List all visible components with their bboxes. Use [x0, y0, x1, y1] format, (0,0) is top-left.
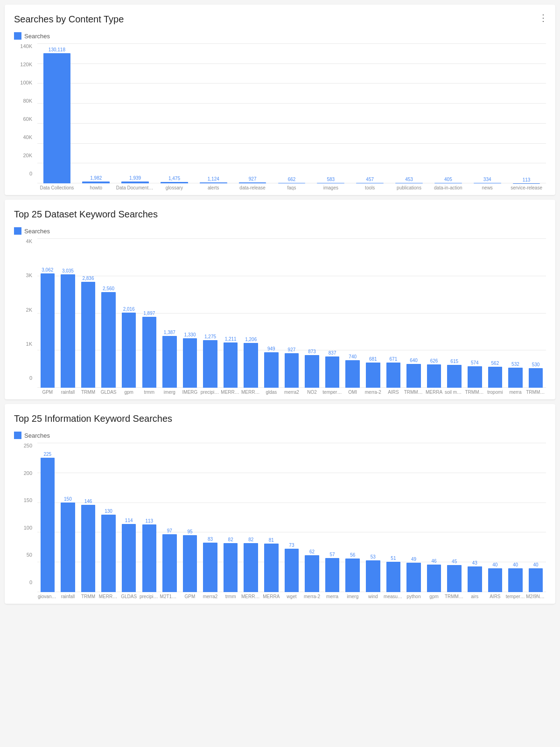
- bar: [244, 343, 258, 388]
- x-axis-label: news: [468, 185, 507, 190]
- bar-value-label: 626: [430, 358, 438, 363]
- y-axis-labels: 4K3K2K1K0: [14, 238, 35, 381]
- bar-value-label: 681: [369, 356, 377, 362]
- bar-value-label: 150: [64, 496, 72, 502]
- bar-group: 150: [58, 496, 78, 592]
- bar-group: 873: [302, 349, 322, 388]
- bar-value-label: 97: [167, 528, 172, 533]
- bar-value-label: 640: [410, 358, 418, 363]
- x-axis-label: merra: [505, 390, 526, 395]
- bar-value-label: 49: [411, 557, 416, 562]
- x-axis-label: merra-2: [363, 390, 384, 395]
- x-axis-label: NO2: [302, 390, 322, 395]
- bar-group: 615: [444, 359, 465, 388]
- x-axis-label: alerts: [194, 185, 233, 190]
- bar-value-label: 1,124: [208, 176, 219, 182]
- bar-group: 662: [272, 177, 311, 183]
- bar: [427, 364, 441, 388]
- bar: [406, 364, 421, 388]
- bar-group: 82: [241, 537, 261, 592]
- bar-value-label: 740: [349, 354, 357, 359]
- x-axis-label: MERRA-2: [98, 594, 119, 599]
- bar-value-label: 40: [513, 562, 518, 567]
- bars-wrapper: 2251501461301141139795838282817362575653…: [37, 443, 546, 592]
- bar: [305, 555, 319, 592]
- bar: [122, 313, 136, 388]
- x-axis-label: data-in-action: [428, 185, 468, 190]
- bar: [122, 524, 136, 592]
- x-axis-label: MERRA: [424, 390, 444, 395]
- bar-group: 113: [139, 518, 160, 592]
- x-axis-label: rainfall: [58, 594, 78, 599]
- bar-value-label: 457: [366, 177, 374, 182]
- y-axis-label: 1K: [26, 341, 32, 347]
- bar: [41, 273, 55, 388]
- x-axis-label: TRMM: [78, 390, 98, 395]
- bar-group: 40: [525, 562, 546, 592]
- x-axis-label: AIRS: [485, 594, 505, 599]
- x-axis-label: M2T1NXA...: [160, 594, 180, 599]
- bar-group: 146: [78, 499, 98, 592]
- bar: [101, 515, 116, 592]
- bar-value-label: 114: [125, 518, 133, 523]
- x-axis-label: MERRA-2: [241, 390, 261, 395]
- chart1-container: Searches by Content Type ⋮ Searches 140K…: [5, 5, 555, 195]
- bar-group: 574: [464, 360, 485, 388]
- chart-area: 3,0623,0352,8362,5602,0161,8971,3871,330…: [37, 238, 546, 395]
- bar-group: 583: [311, 177, 350, 183]
- bar: [356, 183, 384, 183]
- x-axis-label: faqs: [272, 185, 311, 190]
- bar: [529, 368, 543, 388]
- bar: [244, 543, 258, 592]
- bar-group: 83: [200, 537, 221, 592]
- bar-value-label: 530: [532, 362, 540, 367]
- x-axis-label: airs: [464, 594, 485, 599]
- chart1-legend: Searches: [14, 32, 546, 40]
- bar: [366, 560, 380, 592]
- bar-group: 130,118: [37, 47, 77, 183]
- bar-group: 82: [220, 537, 241, 592]
- x-axis-label: data-release: [233, 185, 272, 190]
- bar-group: 532: [505, 362, 526, 388]
- x-axis-label: OMI: [343, 390, 363, 395]
- bar-group: 40: [505, 562, 526, 592]
- x-axis-label: GPM: [180, 594, 200, 599]
- chart-area: 130,1181,9821,9391,4751,1249276625834574…: [37, 43, 546, 190]
- bar: [121, 182, 149, 183]
- x-axis-label: merra: [322, 594, 343, 599]
- bar-value-label: 3,062: [42, 267, 53, 272]
- bar-value-label: 51: [391, 556, 396, 561]
- bar: [345, 360, 360, 388]
- bar-group: 2,016: [119, 307, 139, 388]
- y-axis-label: 0: [29, 375, 32, 381]
- bar-group: 2,836: [78, 276, 98, 388]
- bar: [264, 544, 279, 592]
- bar-group: 1,275: [200, 334, 221, 388]
- bar-value-label: 574: [471, 360, 479, 365]
- bar: [162, 336, 177, 388]
- bar-group: 1,330: [180, 332, 200, 388]
- bar: [81, 282, 96, 388]
- bar: [162, 534, 177, 592]
- chart-area: 2251501461301141139795838282817362575653…: [37, 443, 546, 599]
- bar-value-label: 1,206: [245, 337, 257, 342]
- legend-color-box2: [14, 227, 21, 235]
- chart2-bar-chart: 4K3K2K1K03,0623,0352,8362,5602,0161,8971…: [14, 238, 546, 395]
- bar-group: 740: [343, 354, 363, 388]
- y-axis-label: 250: [24, 443, 32, 448]
- x-axis-label: IMERG: [180, 390, 200, 395]
- bar: [41, 458, 55, 592]
- x-axis-labels: giovanni m...rainfallTRMMMERRA-2GLDASpre…: [37, 594, 546, 599]
- bar: [305, 355, 319, 388]
- bar-value-label: 3,035: [62, 268, 74, 273]
- bar: [345, 559, 360, 592]
- bar-value-label: 662: [288, 177, 296, 182]
- bar-group: 405: [428, 177, 468, 183]
- bar: [447, 565, 462, 592]
- bar-value-label: 405: [444, 177, 452, 182]
- bar-group: 1,897: [139, 311, 160, 388]
- more-options-icon[interactable]: ⋮: [539, 12, 548, 23]
- x-axis-label: merra-2: [302, 594, 322, 599]
- x-axis-label: service-release: [507, 185, 546, 190]
- bar-value-label: 1,211: [225, 336, 237, 342]
